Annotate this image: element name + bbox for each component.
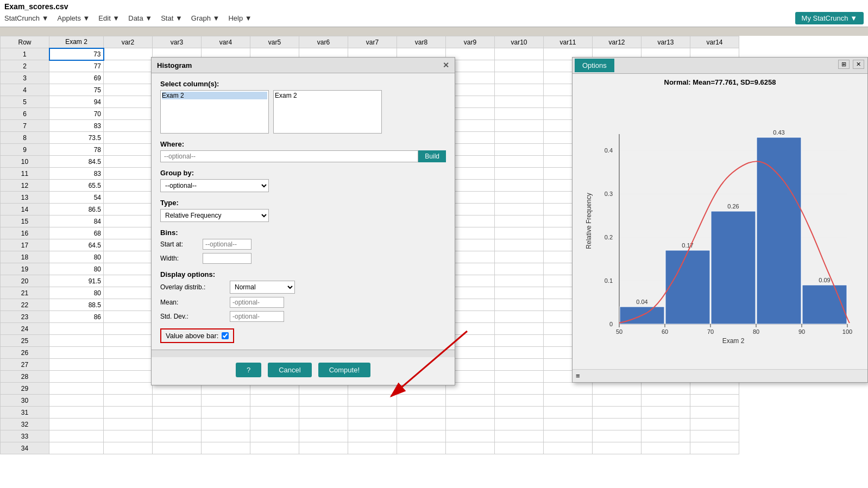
col-var2[interactable]: var2 (104, 36, 153, 48)
data-cell[interactable]: 64.5 (49, 239, 104, 251)
data-cell[interactable] (348, 442, 397, 454)
data-cell[interactable] (49, 419, 104, 430)
maximize-button[interactable]: ⊞ (838, 60, 850, 69)
mystatcrunch-button[interactable]: My StatCrunch ▼ (795, 12, 864, 24)
data-cell[interactable] (446, 442, 495, 454)
data-cell[interactable] (104, 84, 153, 96)
data-cell[interactable] (104, 359, 153, 371)
data-cell[interactable] (495, 419, 544, 430)
data-cell[interactable] (348, 419, 397, 430)
data-cell[interactable] (495, 60, 544, 72)
data-cell[interactable] (104, 144, 153, 156)
data-cell[interactable] (104, 335, 153, 347)
data-cell[interactable]: 83 (49, 168, 104, 180)
data-cell[interactable] (593, 395, 641, 407)
data-cell[interactable] (446, 419, 495, 430)
data-cell[interactable] (690, 395, 739, 407)
data-cell[interactable] (202, 407, 250, 419)
data-cell[interactable] (104, 48, 153, 60)
col-var4[interactable]: var4 (202, 36, 250, 48)
data-cell[interactable] (446, 430, 495, 442)
data-cell[interactable] (641, 419, 690, 430)
data-cell[interactable] (104, 395, 153, 407)
data-cell[interactable] (49, 371, 104, 383)
options-tab[interactable]: Options (575, 59, 614, 72)
mean-input[interactable] (230, 297, 284, 308)
data-cell[interactable] (348, 395, 397, 407)
overlay-select[interactable]: Normal (230, 281, 295, 294)
data-cell[interactable] (299, 395, 348, 407)
std-dev-input[interactable] (230, 311, 284, 322)
col-var7[interactable]: var7 (348, 36, 397, 48)
data-cell[interactable] (104, 227, 153, 239)
data-cell[interactable] (104, 96, 153, 108)
data-cell[interactable] (690, 442, 739, 454)
col-var3[interactable]: var3 (153, 36, 202, 48)
data-cell[interactable]: 69 (49, 72, 104, 84)
data-cell[interactable] (202, 442, 250, 454)
data-cell[interactable] (104, 132, 153, 144)
data-cell[interactable] (495, 192, 544, 204)
data-cell[interactable] (397, 395, 446, 407)
data-cell[interactable] (104, 192, 153, 204)
data-cell[interactable]: 84 (49, 216, 104, 227)
data-cell[interactable]: 84.5 (49, 156, 104, 168)
col-var12[interactable]: var12 (593, 36, 641, 48)
data-cell[interactable] (495, 180, 544, 192)
data-cell[interactable] (153, 419, 202, 430)
data-cell[interactable] (593, 430, 641, 442)
data-cell[interactable] (446, 395, 495, 407)
data-cell[interactable] (49, 347, 104, 359)
data-cell[interactable]: 83 (49, 120, 104, 132)
data-cell[interactable] (250, 407, 299, 419)
data-cell[interactable]: 80 (49, 263, 104, 275)
data-cell[interactable] (202, 395, 250, 407)
panel-close-button[interactable]: ✕ (853, 60, 864, 69)
data-cell[interactable] (153, 407, 202, 419)
data-cell[interactable] (397, 419, 446, 430)
data-cell[interactable] (495, 132, 544, 144)
col-exam2[interactable]: Exam 2 (49, 36, 104, 48)
data-cell[interactable] (495, 299, 544, 311)
data-cell[interactable] (104, 120, 153, 132)
cancel-button[interactable]: Cancel (268, 363, 311, 377)
data-cell[interactable] (495, 204, 544, 216)
data-cell[interactable] (446, 407, 495, 419)
data-cell[interactable] (153, 395, 202, 407)
col-var5[interactable]: var5 (250, 36, 299, 48)
data-cell[interactable] (104, 239, 153, 251)
data-cell[interactable]: 77 (49, 60, 104, 72)
data-cell[interactable] (250, 395, 299, 407)
statcrunch-menu[interactable]: StatCrunch ▼ (4, 14, 49, 22)
data-cell[interactable] (495, 371, 544, 383)
data-cell[interactable] (49, 430, 104, 442)
data-cell[interactable] (495, 168, 544, 180)
data-cell[interactable] (641, 383, 690, 395)
data-cell[interactable] (495, 359, 544, 371)
start-at-input[interactable] (203, 239, 251, 250)
data-cell[interactable] (202, 419, 250, 430)
applets-menu[interactable]: Applets ▼ (58, 14, 90, 22)
data-cell[interactable] (299, 407, 348, 419)
data-cell[interactable]: 94 (49, 96, 104, 108)
data-cell[interactable] (495, 227, 544, 239)
data-cell[interactable] (544, 442, 593, 454)
data-cell[interactable] (495, 239, 544, 251)
data-cell[interactable] (104, 299, 153, 311)
data-cell[interactable] (104, 251, 153, 263)
data-menu[interactable]: Data ▼ (128, 14, 152, 22)
data-cell[interactable] (495, 347, 544, 359)
data-cell[interactable] (593, 419, 641, 430)
data-cell[interactable] (397, 442, 446, 454)
data-cell[interactable]: 68 (49, 227, 104, 239)
data-cell[interactable]: 91.5 (49, 275, 104, 287)
col-var14[interactable]: var14 (690, 36, 739, 48)
data-cell[interactable] (641, 430, 690, 442)
data-cell[interactable] (495, 48, 544, 60)
selected-col-item[interactable]: Exam 2 (275, 92, 380, 99)
data-cell[interactable] (397, 407, 446, 419)
data-cell[interactable] (104, 216, 153, 227)
data-cell[interactable]: 54 (49, 192, 104, 204)
data-cell[interactable] (690, 419, 739, 430)
data-cell[interactable] (495, 216, 544, 227)
